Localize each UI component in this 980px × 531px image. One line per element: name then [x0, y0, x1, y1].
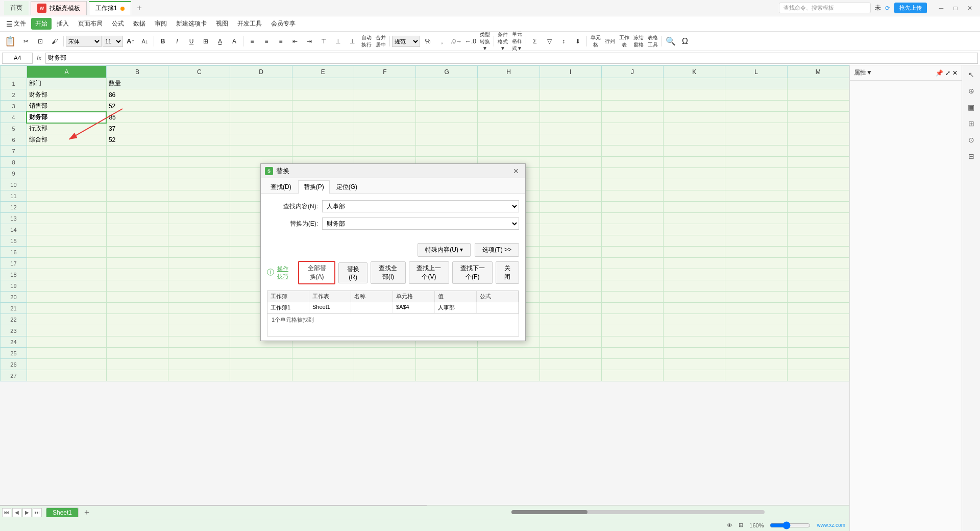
cell-r26-c7[interactable]	[478, 359, 540, 370]
cell-r12-c11[interactable]	[725, 202, 787, 213]
row-num-4[interactable]: 4	[1, 112, 27, 123]
cell-r9-c11[interactable]	[725, 168, 787, 179]
cell-r6-c3[interactable]	[230, 134, 292, 146]
cell-r19-c0[interactable]	[27, 280, 106, 292]
align-center-btn[interactable]: ≡	[260, 35, 273, 48]
cell-r20-c2[interactable]	[168, 292, 230, 303]
cell-r13-c9[interactable]	[601, 213, 663, 224]
cell-r3-c0[interactable]: 销售部	[27, 101, 106, 112]
cell-r20-c11[interactable]	[725, 292, 787, 303]
cell-r13-c2[interactable]	[168, 213, 230, 224]
cell-r27-c12[interactable]	[787, 370, 849, 381]
cell-r14-c9[interactable]	[601, 224, 663, 235]
cell-r17-c9[interactable]	[601, 258, 663, 269]
cell-r13-c10[interactable]	[664, 213, 725, 224]
special-content-btn[interactable]: 特殊内容(U) ▾	[418, 243, 471, 257]
cell-r27-c4[interactable]	[292, 370, 354, 381]
row-num-7[interactable]: 7	[1, 146, 27, 157]
cell-r12-c1[interactable]	[106, 202, 168, 213]
col-header-K[interactable]: K	[664, 66, 725, 78]
comma-btn[interactable]: ,	[435, 35, 449, 48]
cell-r17-c0[interactable]	[27, 258, 106, 269]
cell-r10-c9[interactable]	[601, 179, 663, 190]
cell-r26-c10[interactable]	[664, 359, 725, 370]
cell-r27-c3[interactable]	[230, 370, 292, 381]
sidebar-location-icon[interactable]: ⊙	[964, 133, 978, 147]
cell-r10-c0[interactable]	[27, 179, 106, 190]
wrap-btn[interactable]: 自动换行	[360, 35, 373, 48]
cell-r1-c9[interactable]	[601, 78, 663, 89]
cell-r16-c11[interactable]	[725, 247, 787, 258]
sum-btn[interactable]: Σ	[528, 35, 542, 48]
dec-inc-btn[interactable]: .0→	[450, 35, 463, 48]
sheet-nav-next[interactable]: ▶	[22, 508, 32, 517]
cell-r15-c12[interactable]	[787, 235, 849, 247]
cell-r7-c6[interactable]	[416, 146, 478, 157]
cell-r25-c12[interactable]	[787, 348, 849, 359]
cell-r25-c7[interactable]	[478, 348, 540, 359]
font-color-btn[interactable]: A	[228, 35, 241, 48]
menu-vip[interactable]: 会员专享	[267, 17, 300, 30]
cell-r4-c8[interactable]	[540, 112, 601, 123]
find-prev-button[interactable]: 查找上一个(V)	[409, 261, 450, 284]
cell-r23-c0[interactable]	[27, 325, 106, 336]
cell-r13-c0[interactable]	[27, 213, 106, 224]
replace-one-button[interactable]: 替换(R)	[338, 262, 368, 283]
cell-r8-c10[interactable]	[664, 157, 725, 168]
cell-r20-c9[interactable]	[601, 292, 663, 303]
cell-r4-c3[interactable]	[230, 112, 292, 123]
cut-btn[interactable]: ✂	[19, 35, 33, 48]
row-num-5[interactable]: 5	[1, 123, 27, 134]
cell-r5-c1[interactable]: 37	[106, 123, 168, 134]
cell-r6-c8[interactable]	[540, 134, 601, 146]
menu-newtab[interactable]: 新建选项卡	[172, 17, 211, 30]
menu-review[interactable]: 审阅	[151, 17, 171, 30]
cell-r7-c3[interactable]	[230, 146, 292, 157]
cell-r4-c4[interactable]	[292, 112, 354, 123]
cell-r1-c10[interactable]	[664, 78, 725, 89]
cell-r1-c3[interactable]	[230, 78, 292, 89]
italic-btn[interactable]: I	[170, 35, 184, 48]
cell-r12-c0[interactable]	[27, 202, 106, 213]
cell-r27-c6[interactable]	[416, 370, 478, 381]
dec-dec-btn[interactable]: ←.0	[464, 35, 477, 48]
cell-r24-c1[interactable]	[106, 336, 168, 348]
cell-r26-c1[interactable]	[106, 359, 168, 370]
cell-r2-c9[interactable]	[601, 89, 663, 101]
cell-r12-c9[interactable]	[601, 202, 663, 213]
cell-r17-c11[interactable]	[725, 258, 787, 269]
cell-r15-c2[interactable]	[168, 235, 230, 247]
cell-r24-c0[interactable]	[27, 336, 106, 348]
cell-r8-c12[interactable]	[787, 157, 849, 168]
cell-r20-c0[interactable]	[27, 292, 106, 303]
cell-r1-c8[interactable]	[540, 78, 601, 89]
cell-r12-c12[interactable]	[787, 202, 849, 213]
menu-insert2[interactable]: 插入	[53, 17, 73, 30]
cell-r25-c8[interactable]	[540, 348, 601, 359]
row-num-8[interactable]: 8	[1, 157, 27, 168]
cell-r18-c10[interactable]	[664, 269, 725, 280]
menu-formula[interactable]: 公式	[108, 17, 128, 30]
cell-r25-c9[interactable]	[601, 348, 663, 359]
cell-r9-c1[interactable]	[106, 168, 168, 179]
cell-ref-input[interactable]: A4	[2, 53, 33, 64]
cell-r11-c8[interactable]	[540, 190, 601, 202]
sheet-nav-first[interactable]: ⏮	[2, 508, 11, 517]
cell-r23-c11[interactable]	[725, 325, 787, 336]
cell-r24-c9[interactable]	[601, 336, 663, 348]
cell-r27-c5[interactable]	[354, 370, 415, 381]
underline-btn[interactable]: U	[185, 35, 198, 48]
cell-r27-c8[interactable]	[540, 370, 601, 381]
col-header-C[interactable]: C	[168, 66, 230, 78]
cell-r4-c1[interactable]: 85	[106, 112, 168, 123]
cell-r3-c12[interactable]	[787, 101, 849, 112]
cell-r12-c10[interactable]	[664, 202, 725, 213]
cell-r19-c9[interactable]	[601, 280, 663, 292]
cell-r15-c8[interactable]	[540, 235, 601, 247]
cell-r18-c11[interactable]	[725, 269, 787, 280]
find-btn[interactable]: 🔍	[664, 35, 677, 48]
cell-r7-c1[interactable]	[106, 146, 168, 157]
cell-r6-c6[interactable]	[416, 134, 478, 146]
cell-btn[interactable]: 单元格	[589, 35, 602, 48]
cell-r4-c12[interactable]	[787, 112, 849, 123]
